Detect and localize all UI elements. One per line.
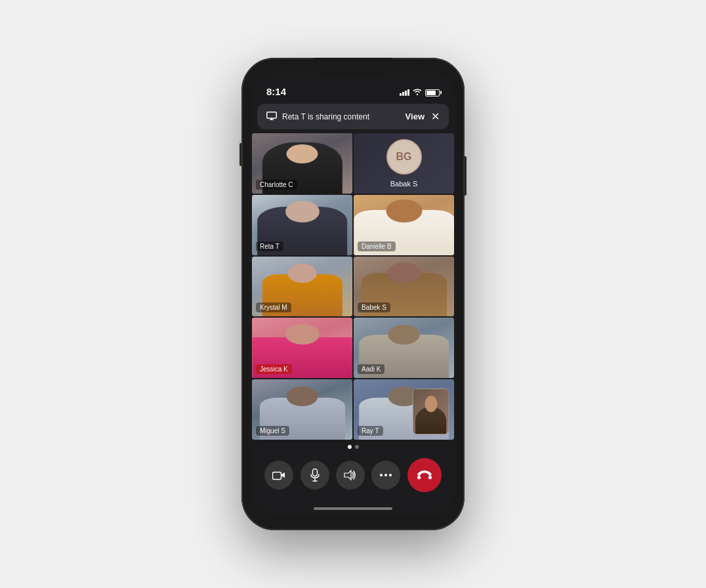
camera-icon: [272, 470, 285, 480]
page-dot-2: [355, 445, 359, 449]
banner-message: Reta T is sharing content: [282, 112, 369, 121]
signal-icon: [400, 89, 409, 96]
battery-icon: [425, 89, 440, 96]
page-indicator: [251, 441, 455, 452]
participant-label-reta: Reta T: [256, 242, 283, 251]
screen-share-icon: [266, 111, 277, 123]
participant-tile-danielle[interactable]: Danielle B: [354, 195, 454, 255]
participant-label-danielle: Danielle B: [358, 242, 396, 251]
svg-point-8: [389, 474, 392, 476]
more-button[interactable]: [371, 461, 400, 490]
participant-tile-reta[interactable]: Reta T: [252, 195, 352, 255]
close-banner-button[interactable]: ✕: [431, 110, 440, 123]
call-controls: [251, 452, 455, 501]
home-indicator: [251, 501, 455, 516]
participant-tile-krystal[interactable]: Krystal M: [252, 257, 352, 317]
view-button[interactable]: View: [405, 112, 425, 121]
page-dot-1: [348, 445, 352, 449]
participant-tile-charlotte[interactable]: Charlotte C: [252, 133, 352, 194]
phone-screen: 8:14: [251, 72, 455, 516]
banner-actions: View ✕: [405, 110, 440, 123]
svg-rect-2: [312, 469, 317, 476]
participant-label-aadi: Aadi K: [358, 364, 384, 374]
participant-label-krystal: Krystal M: [256, 303, 291, 312]
participant-tile-ray[interactable]: Ray T: [354, 379, 454, 440]
status-time: 8:14: [266, 86, 286, 97]
mic-button[interactable]: [301, 461, 329, 490]
avatar-name-babak-s: Babak S: [390, 180, 418, 188]
status-icons: [400, 88, 440, 97]
more-icon: [380, 474, 392, 476]
participant-tile-miguel[interactable]: Miguel S: [252, 379, 352, 440]
participant-label-jessica: Jessica K: [256, 364, 292, 374]
svg-point-6: [380, 474, 383, 476]
svg-marker-5: [344, 471, 351, 480]
svg-point-7: [384, 474, 387, 476]
participant-label-miguel: Miguel S: [256, 426, 289, 436]
speaker-icon: [344, 469, 357, 481]
speaker-button[interactable]: [336, 461, 365, 490]
avatar-babak-s: BG: [386, 139, 422, 175]
end-call-button[interactable]: [407, 458, 442, 492]
banner-content: Reta T is sharing content: [266, 111, 369, 123]
wifi-icon: [413, 88, 422, 97]
end-call-icon: [417, 471, 432, 480]
video-grid: Charlotte C BG Babak S Reta T: [251, 132, 455, 441]
home-bar: [314, 507, 392, 510]
sharing-banner: Reta T is sharing content View ✕: [257, 104, 449, 129]
participant-tile-babak-s[interactable]: BG Babak S: [354, 133, 454, 194]
svg-rect-10: [428, 475, 432, 480]
phone-device: 8:14: [241, 58, 465, 530]
svg-rect-1: [273, 472, 281, 480]
participant-label-charlotte: Charlotte C: [256, 180, 297, 190]
self-view-thumbnail[interactable]: [413, 388, 449, 434]
status-bar: 8:14: [251, 72, 455, 101]
participant-tile-babek[interactable]: Babek S: [354, 257, 454, 317]
participant-label-ray: Ray T: [358, 426, 383, 436]
participant-tile-aadi[interactable]: Aadi K: [354, 318, 454, 378]
mic-icon: [310, 469, 320, 482]
participant-tile-jessica[interactable]: Jessica K: [252, 318, 352, 378]
participant-label-babek: Babek S: [358, 303, 390, 312]
camera-button[interactable]: [264, 461, 293, 490]
phone-notch: [314, 58, 392, 76]
svg-rect-0: [267, 112, 277, 118]
svg-rect-9: [417, 475, 421, 480]
